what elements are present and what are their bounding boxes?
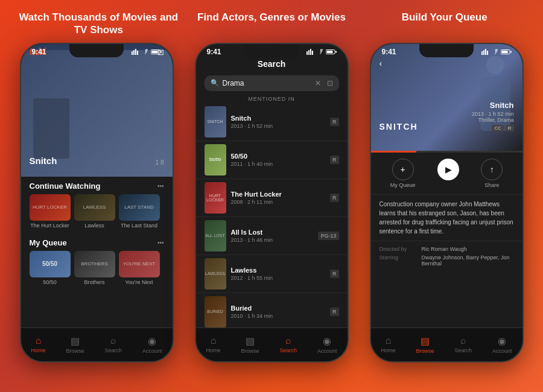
column-title-2: Find Actors, Genres or Movies — [190, 11, 353, 37]
result-all-is-lost[interactable]: ALL LOST All Is Lost 2013 · 1 h 46 min P… — [196, 217, 348, 255]
directed-label: Directed by — [379, 246, 422, 252]
result-info-lawless: Lawless 2012 · 1 h 55 min — [231, 267, 326, 281]
column-title-1: Watch Thousands of Movies and TV Shows — [17, 11, 180, 37]
badge-cc: CC — [492, 125, 504, 131]
cast-icon-2: ⊡ — [327, 79, 333, 87]
detail-progress-bar — [371, 151, 522, 153]
bottom-nav-3: ⌂ Home ▤ Browse ⌕ Search ◉ Account — [371, 327, 522, 361]
result-snitch[interactable]: SNITCH Snitch 2013 · 1 h 52 min R — [196, 103, 348, 141]
thumb-last-stand[interactable]: LAST STAND The Last Stand — [119, 194, 160, 229]
svg-rect-3 — [137, 51, 138, 55]
queue-action-btn[interactable]: + My Queue — [390, 159, 416, 188]
nav-search-2[interactable]: ⌕ Search — [279, 335, 297, 353]
result-buried[interactable]: BURIED Buried 2010 · 1 h 34 min R — [196, 293, 348, 331]
nav-account-2[interactable]: ◉ Account — [317, 335, 337, 354]
detail-movie-info: SNITCH — [379, 122, 418, 131]
search-results-list: SNITCH Snitch 2013 · 1 h 52 min R 50/50 — [196, 103, 348, 331]
detail-movie-year: 2013 · 1 h 52 min — [472, 111, 514, 117]
directed-value: Ric Roman Waugh — [422, 246, 467, 252]
rating-5050: R — [330, 156, 339, 164]
nav-home-3[interactable]: ⌂ Home — [381, 335, 395, 353]
detail-progress-fill — [371, 151, 416, 153]
notch-3 — [419, 44, 474, 57]
share-action-btn[interactable]: ↑ Share — [481, 159, 503, 188]
detail-movie-right: Snitch 2013 · 1 h 52 min Thriller, Drama… — [472, 101, 514, 131]
queue-row: 50/50 50/50 BROTHERS Brothers YOU'RE NEX… — [21, 251, 173, 290]
svg-rect-8 — [306, 51, 308, 55]
thumb-hurt-locker[interactable]: HURT LOCKER The Hurt Locker — [30, 194, 71, 229]
notch-2 — [244, 44, 299, 57]
search-bar[interactable]: 🔍 Drama ✕ ⊡ — [205, 75, 339, 91]
bottom-nav-1: ⌂ Home ▤ Browse ⌕ Search ◉ Account — [21, 327, 173, 361]
hero-badge: 1 8 — [156, 159, 164, 166]
detail-description: Construction company owner John Matthews… — [371, 195, 522, 241]
thumb-5050[interactable]: 50/50 50/50 — [30, 251, 71, 285]
result-5050[interactable]: 50/50 50/50 2011 · 1 h 40 min R — [196, 141, 348, 179]
nav-home-1[interactable]: ⌂ Home — [31, 335, 45, 353]
search-clear-icon[interactable]: ✕ — [315, 79, 321, 87]
svg-rect-18 — [485, 49, 486, 55]
svg-rect-15 — [335, 51, 337, 52]
search-header: Search — [196, 57, 348, 73]
share-circle-icon: ↑ — [481, 159, 503, 180]
nav-browse-1[interactable]: ▤ Browse — [66, 335, 84, 354]
result-lawless[interactable]: LAWLESS Lawless 2012 · 1 h 55 min R — [196, 255, 348, 293]
rating-lawless: R — [330, 270, 339, 278]
status-time-1: 9:41 — [32, 48, 46, 56]
credit-starring: Starring Dwayne Johnson, Barry Pepper, J… — [379, 254, 514, 267]
detail-movie-logo: SNITCH — [379, 122, 418, 131]
svg-point-4 — [145, 53, 146, 54]
detail-movie-genre: Thriller, Drama — [472, 117, 514, 123]
svg-point-20 — [495, 53, 496, 54]
rating-snitch: R — [330, 118, 339, 126]
result-info-5050: 50/50 2011 · 1 h 40 min — [231, 153, 326, 167]
result-info-snitch: Snitch 2013 · 1 h 52 min — [231, 115, 326, 129]
nav-account-1[interactable]: ◉ Account — [142, 335, 162, 354]
rating-buried: R — [330, 308, 339, 316]
svg-rect-1 — [133, 50, 135, 55]
detail-hero: 9:41 ‹ — [371, 44, 522, 153]
queue-more-dots: ••• — [157, 239, 164, 246]
svg-rect-22 — [501, 51, 507, 53]
queue-action-label: My Queue — [390, 182, 416, 188]
status-time-2: 9:41 — [207, 48, 221, 56]
phone-home: 9:41 tubi ⊡ Snitch 1 8 Continue Watching… — [20, 43, 174, 362]
phone-detail: 9:41 ‹ — [370, 43, 524, 362]
queue-header: My Queue ••• — [21, 233, 173, 251]
continue-watching-row: HURT LOCKER The Hurt Locker LAWLESS Lawl… — [21, 194, 173, 233]
back-button[interactable]: ‹ — [379, 58, 383, 68]
share-action-label: Share — [484, 182, 499, 188]
hero-title: Snitch — [30, 156, 57, 166]
poster-lost: ALL LOST — [205, 220, 226, 251]
badge-r: R — [506, 125, 514, 131]
poster-snitch: SNITCH — [205, 106, 226, 138]
nav-browse-2[interactable]: ▤ Browse — [241, 335, 259, 354]
detail-bg — [371, 44, 522, 153]
svg-point-12 — [320, 53, 321, 54]
thumb-lawless[interactable]: LAWLESS Lawless — [74, 194, 115, 229]
search-page-title: Search — [258, 59, 286, 69]
svg-rect-7 — [160, 51, 162, 52]
nav-search-3[interactable]: ⌕ Search — [454, 335, 472, 353]
queue-circle-icon: + — [392, 159, 414, 180]
phones-row: 9:41 tubi ⊡ Snitch 1 8 Continue Watching… — [0, 43, 543, 362]
play-circle-icon: ▶ — [437, 159, 459, 180]
nav-account-3[interactable]: ◉ Account — [492, 335, 512, 354]
rating-hurt: R — [330, 194, 339, 202]
search-query-text: Drama — [223, 79, 311, 87]
play-action-btn[interactable]: ▶ — [437, 159, 459, 188]
nav-home-2[interactable]: ⌂ Home — [206, 335, 220, 353]
svg-rect-0 — [132, 51, 133, 55]
continue-more-dots: ••• — [157, 183, 164, 189]
poster-5050: 50/50 — [205, 144, 226, 175]
svg-rect-2 — [135, 49, 136, 55]
result-hurt-locker[interactable]: HURT LOCKER The Hurt Locker 2008 · 2 h 1… — [196, 179, 348, 217]
notch-1 — [69, 44, 124, 57]
svg-rect-10 — [310, 49, 311, 55]
thumb-brothers[interactable]: BROTHERS Brothers — [74, 251, 115, 285]
nav-browse-3[interactable]: ▤ Browse — [416, 335, 434, 354]
credit-directed: Directed by Ric Roman Waugh — [379, 246, 514, 252]
thumb-youre-next[interactable]: YOU'RE NEXT You're Next — [119, 251, 160, 285]
action-buttons: + My Queue ▶ ↑ Share — [371, 153, 522, 195]
nav-search-1[interactable]: ⌕ Search — [104, 335, 122, 353]
